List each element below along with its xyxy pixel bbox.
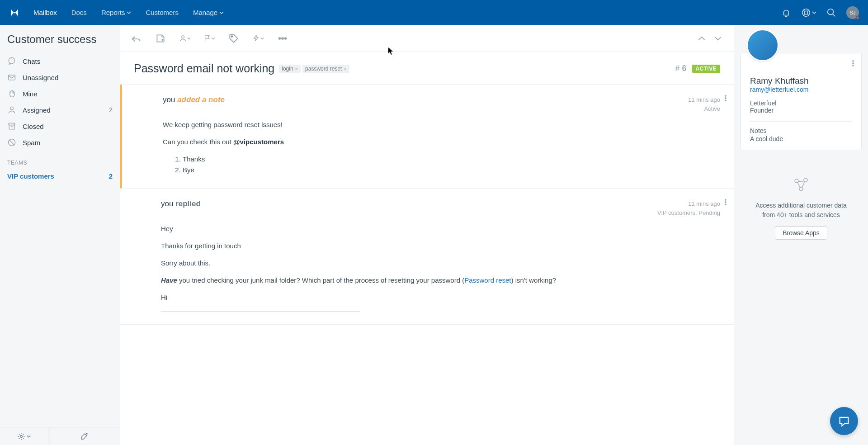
post-body: Hey Thanks for getting in touch Sorry ab… xyxy=(161,223,720,312)
top-nav: Mailbox Docs Reports Customers Manage SJ xyxy=(0,0,868,25)
notes-text: A cool dude xyxy=(750,135,852,142)
nav-mailbox[interactable]: Mailbox xyxy=(33,9,57,16)
chevron-down-icon xyxy=(260,36,264,41)
folder-chats[interactable]: Chats xyxy=(0,53,120,69)
svg-point-27 xyxy=(799,187,803,191)
svg-point-13 xyxy=(279,38,281,39)
prev-conversation[interactable] xyxy=(696,33,708,44)
svg-point-21 xyxy=(725,204,726,205)
team-vip-customers[interactable]: VIP customers2 xyxy=(0,169,120,184)
beacon-button[interactable] xyxy=(830,407,858,435)
settings-button[interactable] xyxy=(0,427,48,445)
compose-icon xyxy=(80,432,88,440)
post-more-button[interactable] xyxy=(722,95,729,104)
bell-icon[interactable] xyxy=(781,8,791,18)
svg-point-20 xyxy=(725,202,726,203)
chevron-down-icon xyxy=(219,10,224,15)
flag-icon xyxy=(203,34,211,42)
svg-point-16 xyxy=(725,95,726,97)
conversation-subject: Password email not working xyxy=(134,62,274,75)
svg-point-11 xyxy=(182,36,184,38)
post-more-button[interactable] xyxy=(722,199,729,208)
customer-sidebar: Ramy Khuffash ramy@letterfuel.com Letter… xyxy=(734,25,868,445)
chevron-down-icon xyxy=(127,10,131,15)
customer-title: Founder xyxy=(750,107,852,114)
hand-icon xyxy=(7,89,16,98)
svg-point-19 xyxy=(725,199,726,201)
svg-point-25 xyxy=(795,179,798,183)
svg-point-24 xyxy=(853,65,854,66)
nav-manage[interactable]: Manage xyxy=(193,9,224,16)
customer-more-button[interactable] xyxy=(849,60,857,69)
svg-point-9 xyxy=(20,435,23,437)
nav-reports[interactable]: Reports xyxy=(101,9,132,16)
apps-icon xyxy=(750,175,853,201)
svg-point-26 xyxy=(804,178,807,182)
post-author: you replied xyxy=(161,199,201,217)
spam-icon xyxy=(7,138,16,147)
svg-point-15 xyxy=(285,38,287,39)
nav-customers[interactable]: Customers xyxy=(146,9,179,16)
remove-tag-icon[interactable]: × xyxy=(344,66,346,71)
folder-spam[interactable]: Spam xyxy=(0,134,120,151)
teams-heading: TEAMS xyxy=(0,151,120,169)
assign-button[interactable] xyxy=(179,33,191,44)
password-reset-link[interactable]: Password reset xyxy=(464,276,511,284)
workflow-button[interactable] xyxy=(252,33,264,44)
svg-point-5 xyxy=(10,107,14,110)
svg-point-14 xyxy=(282,38,283,39)
chevron-down-icon xyxy=(212,36,215,41)
status-button[interactable] xyxy=(203,33,215,44)
sidebar: Customer success Chats Unassigned Mine A… xyxy=(0,25,120,445)
nav-docs[interactable]: Docs xyxy=(71,9,87,16)
mailbox-title: Customer success xyxy=(0,25,120,52)
apps-promo: Access additional customer data from 40+… xyxy=(741,171,862,244)
svg-point-2 xyxy=(828,9,834,14)
lifering-icon[interactable] xyxy=(801,8,811,18)
tag-password-reset[interactable]: password reset× xyxy=(302,65,349,73)
svg-point-3 xyxy=(9,58,14,64)
app-logo[interactable] xyxy=(9,7,20,18)
tag-login[interactable]: login× xyxy=(279,65,301,73)
remove-tag-icon[interactable]: × xyxy=(295,66,298,71)
thread: you added a note 11 mins agoActive We ke… xyxy=(120,85,734,445)
note-icon[interactable] xyxy=(155,33,166,44)
folder-mine[interactable]: Mine xyxy=(0,85,120,102)
svg-point-23 xyxy=(853,63,854,64)
folder-assigned[interactable]: Assigned2 xyxy=(0,102,120,118)
customer-email[interactable]: ramy@letterfuel.com xyxy=(750,86,852,93)
chevron-down-icon xyxy=(812,10,816,15)
chat-icon xyxy=(838,415,850,427)
more-icon[interactable] xyxy=(277,33,288,44)
compose-button[interactable] xyxy=(48,427,120,445)
customer-avatar[interactable] xyxy=(746,29,779,62)
svg-rect-4 xyxy=(9,75,15,80)
user-icon xyxy=(7,105,16,114)
svg-point-17 xyxy=(725,98,726,99)
customer-card: Ramy Khuffash ramy@letterfuel.com Letter… xyxy=(741,53,862,150)
chat-icon xyxy=(7,57,16,66)
browse-apps-button[interactable]: Browse Apps xyxy=(775,226,827,240)
svg-point-18 xyxy=(725,100,726,101)
svg-rect-7 xyxy=(9,125,14,129)
tag-icon[interactable] xyxy=(228,33,240,44)
subject-row: Password email not working login× passwo… xyxy=(120,52,734,85)
next-conversation[interactable] xyxy=(712,33,724,44)
envelope-icon xyxy=(7,73,16,82)
user-icon xyxy=(179,34,187,42)
reply-icon[interactable] xyxy=(130,33,142,44)
folder-closed[interactable]: Closed xyxy=(0,118,120,134)
gear-icon xyxy=(17,432,25,440)
mention[interactable]: @vipcustomers xyxy=(233,138,284,146)
svg-point-12 xyxy=(231,36,232,37)
folder-unassigned[interactable]: Unassigned xyxy=(0,69,120,85)
divider xyxy=(750,121,852,122)
svg-point-1 xyxy=(804,11,807,14)
chevron-down-icon xyxy=(27,432,31,440)
conversation-toolbar xyxy=(120,25,734,52)
search-icon[interactable] xyxy=(826,8,836,18)
user-avatar[interactable]: SJ xyxy=(846,6,859,19)
thread-item-note: you added a note 11 mins agoActive We ke… xyxy=(120,85,734,189)
status-dot xyxy=(856,16,859,19)
customer-name: Ramy Khuffash xyxy=(750,76,852,86)
